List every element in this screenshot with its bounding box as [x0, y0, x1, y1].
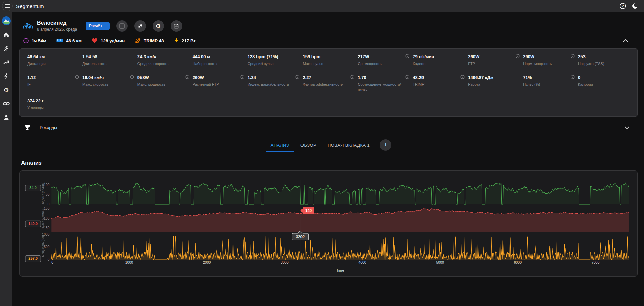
svg-text:140.0: 140.0 — [28, 222, 38, 226]
sidebar-item-trends[interactable] — [2, 58, 11, 67]
records-label: Рекорды — [40, 125, 57, 130]
info-icon[interactable] — [460, 74, 465, 80]
settings-button[interactable]: ⚙ — [153, 20, 164, 32]
compare-button[interactable] — [134, 20, 146, 32]
stat-label: Углеводы — [27, 105, 75, 110]
sidebar-item-activities[interactable] — [2, 44, 11, 53]
edit-chart-button[interactable] — [171, 20, 182, 32]
stat-label: Набор высоты — [193, 61, 240, 66]
stat-value: 48.29 — [413, 75, 460, 80]
collapse-summary-chevron-up-icon[interactable] — [623, 38, 628, 44]
svg-text:140: 140 — [305, 208, 312, 213]
svg-text:6000: 6000 — [514, 260, 522, 264]
dark-mode-moon-icon[interactable] — [631, 2, 639, 10]
stat-value: 1:54:58 — [82, 54, 130, 59]
svg-text:7000: 7000 — [592, 260, 600, 264]
svg-text:Мощность (Вт): Мощность (Вт) — [41, 236, 45, 257]
expand-records-chevron-down-icon[interactable] — [624, 125, 630, 131]
bolt-icon — [3, 73, 9, 79]
stat-value: 217W — [358, 54, 405, 59]
svg-text:1000: 1000 — [42, 233, 50, 236]
svg-text:4000: 4000 — [358, 260, 366, 264]
info-icon[interactable] — [405, 53, 409, 60]
summary-trimp: TRIMP 48 — [135, 38, 164, 44]
sidebar: ⚙ — [0, 12, 12, 306]
stats-grid: 46.64 кмДистанция1:54:58Длительность24.3… — [27, 54, 631, 113]
sidebar-item-connections[interactable] — [2, 99, 11, 108]
stat-label: Калории — [578, 82, 626, 87]
stat-cell: 48.29TRIMP — [413, 75, 465, 92]
tab-analysis[interactable]: АНАЛИЗ — [266, 140, 294, 152]
stat-label: Расчетный FTP — [193, 82, 240, 87]
sidebar-item-home[interactable] — [2, 30, 11, 39]
activity-streams-chart[interactable]: 050100Каденс (об/мин)84.050100150Пульс (… — [23, 175, 634, 274]
stat-label: Фактор эффективности — [303, 82, 351, 87]
stat-cell: 159 bpmМакс. пульс — [303, 54, 355, 69]
chart-button[interactable] — [116, 20, 128, 32]
stat-cell: 958WМакс. мощность — [137, 75, 190, 92]
add-tab-button[interactable]: + — [380, 139, 391, 151]
stat-label: Индекс вариабельности — [248, 82, 295, 87]
stat-cell: 217WСр. мощность — [358, 54, 410, 69]
svg-text:0: 0 — [48, 258, 50, 261]
gear-icon: ⚙ — [3, 86, 9, 93]
info-icon[interactable] — [295, 74, 299, 80]
stat-value: 2.27 — [303, 75, 351, 80]
avatar — [2, 16, 11, 25]
runner-icon — [3, 45, 9, 52]
stat-label: Дистанция — [27, 61, 75, 66]
sidebar-item-power[interactable] — [2, 72, 11, 80]
stat-cell: 1:54:58Длительность — [82, 54, 135, 69]
sidebar-item-settings[interactable]: ⚙ — [2, 85, 11, 94]
summary-strip: 1ч 54м 46.6 км 128 уд/мин TRIMP 48 217 В… — [23, 38, 638, 44]
stat-value: 444.00 м — [193, 54, 240, 59]
svg-text:5000: 5000 — [436, 260, 444, 264]
info-icon[interactable] — [405, 74, 409, 80]
stat-cell: 260WРасчетный FTP — [193, 75, 245, 92]
stat-value: 1.34 — [248, 75, 295, 80]
home-icon — [3, 32, 9, 38]
main-content: Велосипед 8 апреля 2026, среда Расчёт… ⚙… — [12, 12, 644, 306]
tab-new-tab-1[interactable]: НОВАЯ ВКЛАДКА 1 — [323, 140, 374, 152]
info-icon[interactable] — [516, 53, 520, 60]
stat-label: Средняя скорость — [137, 61, 185, 66]
svg-text:3202: 3202 — [296, 235, 305, 239]
info-icon[interactable] — [75, 74, 79, 80]
stat-label: Нагрузка (TSS) — [578, 61, 626, 66]
sidebar-item-account[interactable] — [2, 113, 11, 122]
chart-plus-icon — [174, 23, 179, 29]
stat-value: 1496.87 кДж — [468, 75, 516, 80]
info-icon[interactable] — [571, 74, 575, 80]
info-icon[interactable] — [185, 74, 189, 80]
ruler-icon — [56, 38, 63, 43]
svg-text:Пульс (уд/мин): Пульс (уд/мин) — [41, 208, 45, 229]
info-icon[interactable] — [240, 74, 244, 80]
info-icon[interactable] — [571, 53, 575, 60]
tab-bar: АНАЛИЗ ОБЗОР НОВАЯ ВКЛАДКА 1 + — [19, 136, 638, 153]
info-icon[interactable] — [130, 74, 134, 80]
help-icon[interactable]: ? — [618, 2, 627, 10]
svg-text:84.0: 84.0 — [29, 186, 36, 190]
stat-label: Пульс (%) — [523, 82, 571, 87]
stat-label: Макс. скорость — [82, 82, 130, 87]
stat-label: Норм. мощность — [523, 61, 571, 66]
analysis-chart-panel: 050100Каденс (об/мин)84.050100150Пульс (… — [19, 170, 638, 277]
info-icon[interactable] — [350, 74, 354, 80]
stat-cell: 444.00 мНабор высоты — [193, 54, 245, 69]
stat-cell: 1.34Индекс вариабельности — [248, 75, 300, 92]
sidebar-item-profile[interactable] — [2, 16, 11, 25]
stat-cell: 0Калории — [578, 75, 631, 92]
stat-value: 374.22 г — [27, 98, 75, 103]
tab-overview[interactable]: ОБЗОР — [296, 140, 321, 152]
svg-text:3000: 3000 — [281, 260, 289, 264]
stat-cell: 46.64 кмДистанция — [27, 54, 80, 69]
app-title: Segmentum — [16, 3, 44, 9]
stat-value: 0 — [578, 75, 626, 80]
calc-status-badge[interactable]: Расчёт… — [86, 22, 110, 30]
analysis-section-title: Анализ — [21, 160, 638, 166]
stat-label: Каденс — [413, 61, 460, 66]
diagonal-arrows-icon — [137, 23, 143, 29]
stat-value: 260W — [193, 75, 240, 80]
records-row[interactable]: Рекорды — [19, 121, 638, 136]
menu-button[interactable] — [2, 1, 13, 11]
